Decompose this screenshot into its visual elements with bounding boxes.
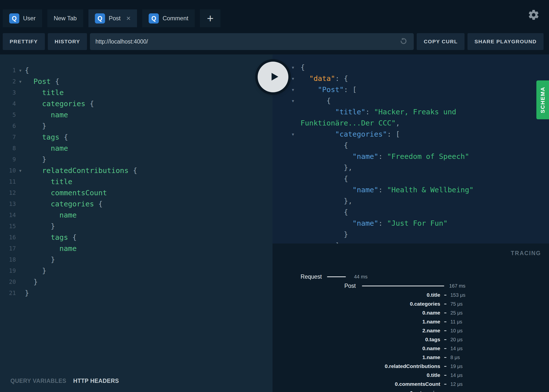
prettify-button[interactable]: PRETTIFY xyxy=(3,33,45,50)
http-headers-tab[interactable]: HTTP HEADERS xyxy=(73,378,119,384)
trace-row: 0.name14 μs xyxy=(273,344,549,353)
trace-row-label: 0.categories xyxy=(273,390,440,392)
line-number: 14 xyxy=(0,210,16,221)
add-tab-button[interactable]: + xyxy=(200,9,220,27)
code-line: 9 } xyxy=(0,154,273,165)
collapse-arrow-icon[interactable]: ▾ xyxy=(292,73,300,84)
trace-row-bar xyxy=(444,366,446,367)
response-line: "name": "Just For Fun" xyxy=(273,218,549,229)
gutter-spacer xyxy=(292,118,300,129)
code-token xyxy=(301,85,318,94)
tab-new-tab[interactable]: New Tab xyxy=(47,9,83,27)
history-button[interactable]: HISTORY xyxy=(48,33,87,50)
line-number: 20 xyxy=(0,276,16,288)
code-line: 15 } xyxy=(0,221,273,232)
code-token: }, xyxy=(301,197,353,205)
tab-post[interactable]: QPost× xyxy=(88,9,137,27)
tab-comment[interactable]: QComment xyxy=(142,9,195,27)
play-icon xyxy=(266,70,281,84)
code-text: } xyxy=(25,265,46,276)
code-token xyxy=(25,233,51,242)
code-text: } xyxy=(25,276,38,288)
collapse-arrow-icon[interactable]: ▾ xyxy=(292,62,300,73)
response-text: ] xyxy=(301,240,339,244)
share-playground-button[interactable]: SHARE PLAYGROUND xyxy=(467,33,544,50)
fold-arrow-icon[interactable]: ▾ xyxy=(16,165,25,176)
tracing-rows: 0.title153 μs0.categories75 μs0.name25 μ… xyxy=(273,291,549,392)
code-token xyxy=(25,189,51,197)
tracing-toggle[interactable]: TRACING xyxy=(511,250,541,257)
response-line: ▾ "categories": [ xyxy=(273,129,549,140)
line-number: 12 xyxy=(0,187,16,198)
trace-row-bar xyxy=(444,357,446,358)
line-number: 8 xyxy=(0,143,16,154)
code-token xyxy=(25,77,33,86)
query-variables-tab[interactable]: QUERY VARIABLES xyxy=(10,378,66,384)
gutter-spacer xyxy=(16,132,25,143)
trace-row-time: 75 μs xyxy=(450,301,463,307)
response-line: { xyxy=(273,140,549,151)
code-token xyxy=(25,133,42,141)
gutter-spacer xyxy=(16,232,25,243)
trace-span-bar xyxy=(327,276,346,277)
settings-button[interactable] xyxy=(528,9,540,21)
code-token: name xyxy=(51,111,68,119)
collapse-arrow-icon[interactable]: ▾ xyxy=(292,84,300,95)
gutter-spacer xyxy=(292,140,300,151)
code-token: : xyxy=(378,152,387,161)
query-editor[interactable]: 1▾{2▾ Post {3 title4 categories {5 name6… xyxy=(0,54,273,370)
gutter-spacer xyxy=(16,121,25,132)
trace-row: 0.tags20 μs xyxy=(273,335,549,344)
execute-query-button[interactable] xyxy=(258,62,288,92)
response-text: { xyxy=(301,62,305,73)
code-text: } xyxy=(25,221,55,232)
code-token: { xyxy=(94,200,103,208)
code-token: tags xyxy=(51,233,68,242)
gutter-spacer xyxy=(292,240,300,244)
code-token: } xyxy=(25,267,46,275)
collapse-arrow-icon[interactable]: ▾ xyxy=(292,129,300,140)
fold-arrow-icon[interactable]: ▾ xyxy=(16,76,25,87)
line-number: 2 xyxy=(0,76,16,87)
code-token: { xyxy=(301,208,348,216)
response-text: }, xyxy=(301,196,353,207)
response-text: { xyxy=(301,140,348,151)
trace-span-request: Request 44 ms xyxy=(273,272,549,281)
reload-button[interactable] xyxy=(398,37,408,47)
add-tab-icon: + xyxy=(207,12,214,25)
schema-tab-button[interactable]: SCHEMA xyxy=(536,80,549,119)
trace-row-label: 0.tags xyxy=(273,337,440,343)
code-text: { xyxy=(25,65,29,76)
line-number: 3 xyxy=(0,87,16,98)
trace-row-label: 0.commentsCount xyxy=(273,381,440,387)
close-icon[interactable]: × xyxy=(126,15,131,22)
trace-span-time: 167 ms xyxy=(449,283,466,289)
trace-row-bar xyxy=(444,295,446,295)
code-text: commentsCount xyxy=(25,187,107,198)
gear-icon xyxy=(528,18,540,22)
code-token: } xyxy=(25,278,38,286)
code-token: categories xyxy=(51,200,94,208)
code-token: "data" xyxy=(309,74,335,83)
code-line: 18 } xyxy=(0,254,273,265)
trace-row: 0.title14 μs xyxy=(273,371,549,380)
response-line: ▾{ xyxy=(273,62,549,73)
response-line: ] xyxy=(273,240,549,244)
code-token: { xyxy=(59,133,68,141)
reload-icon xyxy=(399,43,408,47)
trace-row: 1.name11 μs xyxy=(273,317,549,326)
fold-arrow-icon[interactable]: ▾ xyxy=(16,65,25,76)
code-line: 20 } xyxy=(0,276,273,288)
collapse-arrow-icon[interactable]: ▾ xyxy=(292,95,300,106)
gutter-spacer xyxy=(16,143,25,154)
code-token: { xyxy=(301,97,331,105)
line-number: 9 xyxy=(0,154,16,165)
response-text: "data": { xyxy=(301,73,348,84)
copy-curl-button[interactable]: COPY CURL xyxy=(417,33,465,50)
tab-user[interactable]: QUser xyxy=(3,9,42,27)
gutter-spacer xyxy=(16,288,25,299)
trace-row-label: 0.relatedContributions xyxy=(273,363,440,369)
code-text: tags { xyxy=(25,232,77,243)
url-input[interactable] xyxy=(95,38,398,45)
code-token: }, xyxy=(301,163,353,172)
